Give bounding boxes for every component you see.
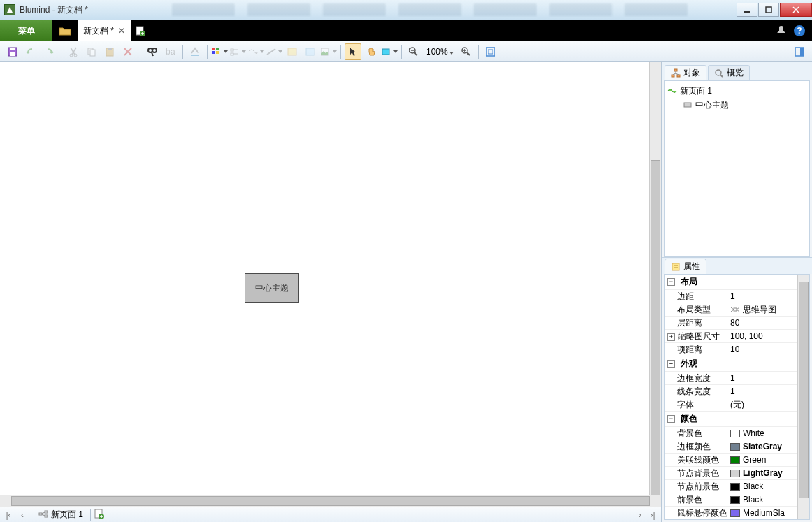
help-icon[interactable]: ?: [794, 25, 805, 36]
svg-rect-50: [800, 48, 804, 56]
svg-text:a: a: [171, 47, 175, 57]
open-folder-button[interactable]: [52, 20, 78, 41]
prop-border-width[interactable]: 边框宽度1: [665, 372, 809, 385]
svg-point-66: [716, 70, 721, 75]
canvas-area[interactable]: 中心主题: [0, 62, 661, 495]
last-page-button[interactable]: ›|: [647, 509, 658, 521]
hand-tool[interactable]: [363, 43, 379, 60]
section-layout[interactable]: −布局: [665, 275, 809, 290]
prop-thumb-size[interactable]: +缩略图尺寸100, 100: [665, 330, 809, 343]
svg-rect-39: [382, 49, 389, 55]
format-button[interactable]: [187, 43, 203, 60]
prop-link-color[interactable]: 关联线颜色Green: [665, 454, 809, 467]
svg-rect-69: [672, 263, 679, 270]
svg-line-73: [731, 307, 734, 310]
maximize-button[interactable]: [758, 3, 779, 17]
first-page-button[interactable]: |‹: [3, 509, 14, 521]
svg-line-46: [467, 52, 470, 55]
copy-button[interactable]: [83, 43, 100, 60]
prop-border-color[interactable]: 边框颜色SlateGray: [665, 440, 809, 454]
page-tab[interactable]: 新页面 1: [34, 507, 87, 522]
minimize-button[interactable]: [737, 3, 757, 17]
section-color[interactable]: −颜色: [665, 412, 809, 427]
central-topic-node[interactable]: 中心主题: [245, 273, 299, 303]
close-button[interactable]: [780, 3, 812, 17]
find-button[interactable]: [144, 43, 161, 60]
redo-button[interactable]: [41, 43, 57, 60]
properties-grid[interactable]: −布局 边距1 布局类型思维导图 层距离80 +缩略图尺寸100, 100 项距…: [664, 274, 810, 520]
window-title: Blumind - 新文档 *: [20, 4, 88, 16]
shape-tool[interactable]: [381, 43, 398, 60]
prop-item-distance[interactable]: 项距离10: [665, 343, 809, 356]
titlebar: Blumind - 新文档 *: [0, 0, 812, 20]
prop-node-bg-color[interactable]: 节点背景色LightGray: [665, 467, 809, 480]
insert-image-button[interactable]: [320, 43, 337, 60]
prop-font[interactable]: 字体(无): [665, 398, 809, 412]
tree-root-row[interactable]: 新页面 1: [667, 84, 806, 98]
zoom-in-button[interactable]: [458, 43, 474, 60]
toolbar: ba 100%: [0, 41, 812, 62]
tree-child-row[interactable]: 中心主题: [667, 98, 806, 112]
add-page-button[interactable]: [94, 508, 105, 521]
replace-button[interactable]: ba: [162, 43, 179, 60]
line-type-button[interactable]: [266, 43, 282, 60]
insert-icon-button[interactable]: [302, 43, 319, 60]
prop-layout-type[interactable]: 布局类型思维导图: [665, 303, 809, 317]
next-page-button[interactable]: ›: [635, 509, 646, 521]
properties-icon: [671, 262, 681, 272]
delete-button[interactable]: [119, 43, 136, 60]
prop-node-fg-color[interactable]: 节点前景色Black: [665, 480, 809, 493]
properties-scrollbar[interactable]: [797, 275, 809, 519]
notification-icon[interactable]: [776, 24, 787, 38]
svg-line-67: [720, 75, 723, 77]
cut-button[interactable]: [65, 43, 82, 60]
prop-hover-color[interactable]: 鼠标悬停颜色MediumSla: [665, 507, 809, 520]
new-tab-button[interactable]: [131, 20, 150, 41]
zoom-level[interactable]: 100%: [423, 47, 456, 57]
fit-screen-button[interactable]: [482, 43, 499, 60]
svg-rect-36: [288, 48, 296, 55]
canvas-vertical-scrollbar[interactable]: [649, 62, 661, 495]
tab-overview[interactable]: 概览: [708, 65, 750, 80]
tab-objects[interactable]: 对象: [665, 65, 706, 80]
prop-bg-color[interactable]: 背景色White: [665, 427, 809, 440]
svg-rect-29: [212, 51, 215, 54]
svg-rect-31: [231, 49, 233, 51]
object-tree[interactable]: 新页面 1 中心主题: [664, 80, 810, 257]
svg-rect-26: [191, 55, 199, 56]
svg-rect-30: [216, 51, 219, 54]
color-picker-button[interactable]: [211, 43, 228, 60]
line-style-button[interactable]: [247, 43, 264, 60]
window-controls: [737, 3, 812, 17]
svg-rect-55: [45, 515, 48, 517]
svg-point-14: [74, 54, 77, 57]
tab-close-icon[interactable]: ✕: [118, 26, 125, 36]
pointer-tool[interactable]: [345, 43, 361, 60]
svg-rect-54: [45, 511, 48, 513]
zoom-out-button[interactable]: [405, 43, 422, 60]
tab-properties[interactable]: 属性: [665, 259, 706, 274]
insert-note-button[interactable]: [284, 43, 300, 60]
menu-button[interactable]: 菜单: [0, 20, 52, 41]
svg-line-23: [152, 52, 153, 56]
prop-line-width[interactable]: 线条宽度1: [665, 385, 809, 398]
document-tab[interactable]: 新文档 * ✕: [78, 20, 131, 41]
page-node-icon: [667, 86, 677, 96]
svg-rect-51: [39, 513, 42, 515]
prop-fg-color[interactable]: 前景色Black: [665, 493, 809, 507]
toggle-sidebar-button[interactable]: [791, 43, 808, 60]
paste-button[interactable]: [101, 43, 118, 60]
node-style-button[interactable]: [229, 43, 246, 60]
svg-rect-27: [212, 48, 215, 50]
svg-text:b: b: [166, 47, 171, 57]
section-appearance[interactable]: −外观: [665, 356, 809, 372]
prop-margin[interactable]: 边距1: [665, 290, 809, 303]
prev-page-button[interactable]: ‹: [17, 509, 28, 521]
canvas-horizontal-scrollbar[interactable]: [0, 495, 661, 507]
save-button[interactable]: [4, 43, 21, 60]
undo-button[interactable]: [22, 43, 39, 60]
topic-node-icon: [683, 100, 693, 110]
svg-rect-33: [231, 53, 233, 55]
svg-rect-72: [734, 308, 737, 311]
prop-layer-distance[interactable]: 层距离80: [665, 317, 809, 330]
